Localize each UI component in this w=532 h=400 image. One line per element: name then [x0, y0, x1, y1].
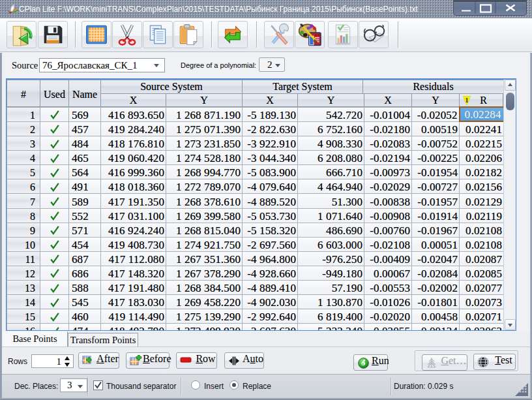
svg-text:1: 1 — [466, 97, 469, 104]
